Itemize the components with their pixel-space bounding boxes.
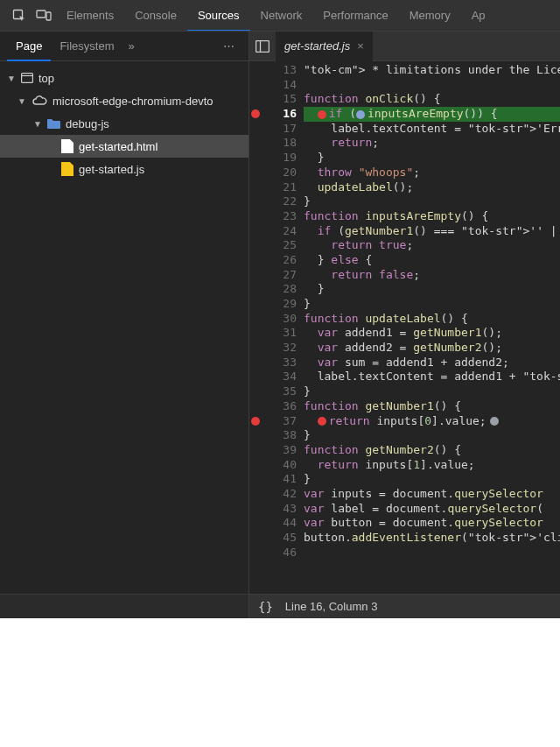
svg-rect-1: [37, 11, 46, 18]
tree-label: top: [38, 72, 54, 85]
editor-tabs: get-started.js ×: [249, 32, 560, 61]
line-number-gutter[interactable]: 1314151617181920212223242526272829303132…: [262, 61, 304, 594]
navigator-sidebar: Page Filesystem » ⋯ ▼ top ▼ microsoft-ed…: [0, 32, 249, 618]
navigator-menu-icon[interactable]: ⋯: [216, 39, 242, 53]
code-editor[interactable]: 1314151617181920212223242526272829303132…: [249, 61, 560, 594]
html-file-icon: [61, 139, 74, 153]
devtools-window: Elements Console Sources Network Perform…: [0, 0, 560, 618]
js-file-icon: [61, 162, 74, 176]
breakpoint-gutter[interactable]: [249, 61, 262, 594]
chevron-down-icon: ▼: [7, 74, 16, 83]
tab-application[interactable]: Ap: [461, 0, 496, 32]
folder-icon: [47, 118, 60, 129]
editor-file-tab[interactable]: get-started.js ×: [276, 32, 373, 61]
svg-rect-2: [46, 12, 51, 20]
tab-page[interactable]: Page: [7, 32, 51, 61]
chevron-down-icon: ▼: [33, 119, 42, 129]
svg-rect-3: [22, 74, 33, 83]
toggle-navigator-icon[interactable]: [249, 33, 276, 60]
cursor-position: Line 16, Column 3: [285, 600, 378, 613]
svg-rect-5: [256, 40, 270, 52]
tab-elements[interactable]: Elements: [56, 0, 124, 32]
sidebar-footer: [0, 594, 248, 618]
tab-performance[interactable]: Performance: [312, 0, 398, 32]
more-tabs-icon[interactable]: »: [129, 39, 135, 53]
code-lines[interactable]: "tok-cm"> * limitations under the Licens…: [304, 61, 560, 594]
device-toggle-icon[interactable]: [32, 4, 56, 28]
cloud-icon: [32, 95, 47, 106]
editor-tab-label: get-started.js: [284, 32, 350, 61]
breakpoint-marker[interactable]: [251, 417, 260, 426]
tab-console[interactable]: Console: [124, 0, 187, 32]
inspect-icon[interactable]: [7, 4, 32, 28]
tab-network[interactable]: Network: [250, 0, 313, 32]
tree-file-js[interactable]: get-started.js: [0, 158, 248, 180]
editor-status-bar: {} Line 16, Column 3: [249, 594, 560, 618]
window-icon: [21, 73, 33, 83]
tree-label: debug-js: [66, 117, 109, 130]
tree-domain[interactable]: ▼ microsoft-edge-chromium-devto: [0, 89, 248, 112]
tree-top[interactable]: ▼ top: [0, 67, 248, 89]
navigator-tabs: Page Filesystem » ⋯: [0, 32, 248, 61]
breakpoint-marker[interactable]: [251, 109, 260, 118]
chevron-down-icon: ▼: [18, 96, 26, 106]
tab-filesystem[interactable]: Filesystem: [51, 32, 122, 61]
close-icon[interactable]: ×: [357, 32, 364, 61]
tree-label: get-started.js: [79, 163, 144, 176]
tree-folder[interactable]: ▼ debug-js: [0, 112, 248, 135]
tab-memory[interactable]: Memory: [399, 0, 461, 32]
file-tree: ▼ top ▼ microsoft-edge-chromium-devto ▼ …: [0, 61, 248, 594]
editor-pane: get-started.js × 13141516171819202122232…: [249, 32, 560, 618]
main-split: Page Filesystem » ⋯ ▼ top ▼ microsoft-ed…: [0, 32, 560, 618]
tree-label: get-started.html: [79, 140, 158, 153]
main-tabs: Elements Console Sources Network Perform…: [0, 0, 560, 32]
tree-file-html[interactable]: get-started.html: [0, 135, 248, 158]
pretty-print-icon[interactable]: {}: [258, 600, 273, 614]
tab-sources[interactable]: Sources: [187, 0, 250, 32]
tree-label: microsoft-edge-chromium-devto: [52, 95, 214, 108]
